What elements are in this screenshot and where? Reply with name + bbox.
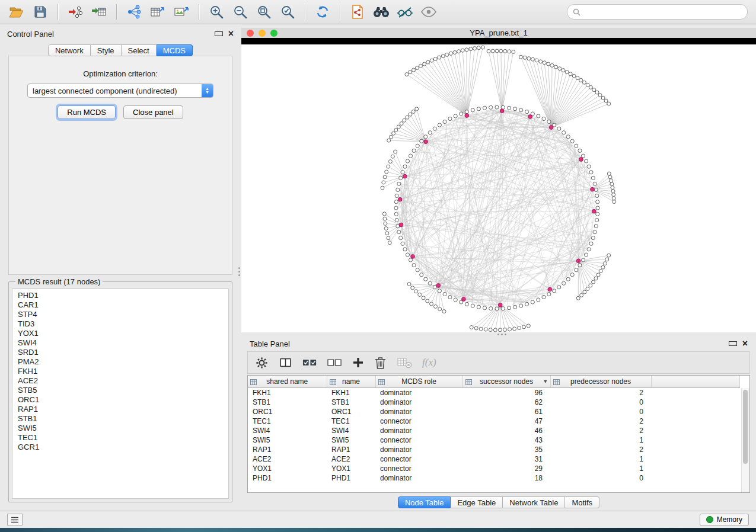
network-node[interactable] [531, 300, 534, 304]
network-node[interactable] [572, 74, 576, 78]
network-node[interactable] [420, 139, 423, 143]
table-cell[interactable]: 31 [462, 454, 550, 464]
network-node[interactable] [610, 182, 614, 186]
network-node[interactable] [449, 52, 452, 55]
add-column-button[interactable] [352, 357, 364, 368]
network-node[interactable] [409, 70, 412, 74]
table-cell[interactable]: PHD1 [327, 473, 375, 483]
network-node[interactable] [523, 56, 527, 59]
mcds-node[interactable] [549, 126, 553, 130]
network-node[interactable] [565, 70, 569, 74]
mcds-node[interactable] [403, 174, 407, 178]
network-node[interactable] [382, 212, 386, 216]
network-node[interactable] [519, 108, 523, 112]
network-node[interactable] [477, 107, 480, 111]
table-cell[interactable]: dominator [375, 388, 462, 398]
network-node[interactable] [595, 194, 599, 197]
network-node[interactable] [582, 81, 586, 84]
network-node[interactable] [481, 46, 484, 49]
mcds-result-item[interactable]: SWI4 [18, 338, 228, 348]
network-node[interactable] [400, 122, 403, 126]
network-node[interactable] [385, 170, 388, 174]
network-node[interactable] [422, 296, 425, 300]
mcds-result-item[interactable]: TEC1 [18, 433, 228, 443]
network-node[interactable] [542, 295, 546, 299]
network-node[interactable] [412, 110, 415, 114]
network-node[interactable] [595, 91, 599, 94]
horizontal-splitter[interactable] [241, 332, 756, 336]
network-node[interactable] [489, 105, 493, 109]
zoom-selected-button[interactable] [277, 2, 298, 21]
mcds-node[interactable] [579, 158, 583, 162]
mcds-node[interactable] [576, 259, 580, 263]
table-cell[interactable]: ACE2 [248, 454, 327, 464]
open-session-button[interactable] [6, 2, 27, 21]
table-cell[interactable]: connector [375, 454, 462, 464]
network-node[interactable] [382, 181, 385, 184]
network-node[interactable] [395, 194, 398, 197]
network-node[interactable] [391, 155, 394, 158]
memory-button[interactable]: Memory [700, 514, 749, 526]
network-node[interactable] [570, 273, 574, 277]
mcds-result-item[interactable]: STP4 [18, 310, 228, 319]
network-node[interactable] [433, 57, 437, 61]
network-node[interactable] [448, 117, 452, 120]
network-node[interactable] [416, 144, 419, 148]
network-node[interactable] [473, 47, 477, 50]
vertical-splitter[interactable] [237, 28, 241, 511]
network-node[interactable] [394, 200, 398, 204]
mcds-result-item[interactable]: TID3 [18, 319, 228, 329]
network-node[interactable] [503, 49, 507, 53]
table-cell[interactable]: 1 [550, 435, 651, 445]
network-node[interactable] [448, 295, 452, 299]
network-node[interactable] [484, 328, 487, 331]
import-table-button[interactable] [88, 2, 110, 21]
network-node[interactable] [581, 154, 585, 158]
column-header-mcds-role[interactable]: MCDS role [375, 376, 462, 388]
network-node[interactable] [513, 327, 516, 331]
table-cell[interactable]: ACE2 [327, 454, 375, 464]
network-node[interactable] [405, 73, 409, 76]
network-node[interactable] [503, 328, 507, 332]
table-cell[interactable]: TEC1 [248, 416, 327, 426]
table-cell[interactable]: TEC1 [327, 416, 375, 426]
network-node[interactable] [433, 286, 436, 289]
network-node[interactable] [469, 47, 473, 51]
run-mcds-button[interactable]: Run MCDS [58, 105, 116, 119]
network-node[interactable] [419, 64, 423, 68]
export-image-button[interactable] [171, 2, 192, 21]
show-graphics-button[interactable] [418, 2, 439, 21]
network-node[interactable] [589, 284, 592, 287]
table-cell[interactable]: 1 [550, 464, 651, 473]
network-node[interactable] [426, 299, 429, 303]
search-input[interactable] [583, 7, 742, 17]
find-button[interactable] [371, 2, 392, 21]
network-node[interactable] [605, 258, 609, 261]
network-node[interactable] [470, 326, 473, 329]
network-node[interactable] [557, 286, 561, 289]
network-node[interactable] [443, 292, 446, 296]
network-node[interactable] [409, 258, 412, 262]
mcds-result-item[interactable]: PHD1 [18, 291, 228, 300]
network-node[interactable] [547, 62, 550, 66]
mcds-node[interactable] [462, 297, 466, 302]
table-cell[interactable]: dominator [375, 407, 462, 416]
table-cell[interactable]: PHD1 [248, 473, 327, 483]
network-node[interactable] [601, 265, 605, 269]
network-node[interactable] [584, 159, 588, 163]
table-row[interactable]: STB1STB1dominator620 [248, 398, 740, 407]
zoom-fit-button[interactable] [253, 2, 275, 21]
network-node[interactable] [397, 125, 400, 129]
network-node[interactable] [558, 67, 562, 70]
network-node[interactable] [610, 179, 613, 182]
table-cell[interactable]: SWI4 [248, 426, 327, 435]
network-node[interactable] [392, 132, 395, 135]
mcds-result-item[interactable]: STB1 [18, 414, 228, 424]
table-cell[interactable]: 62 [462, 398, 550, 407]
network-node[interactable] [513, 107, 517, 111]
network-node[interactable] [465, 48, 468, 52]
table-cell[interactable]: 46 [462, 426, 550, 435]
mcds-result-item[interactable]: ACE2 [18, 376, 228, 386]
network-node[interactable] [569, 72, 572, 76]
network-node[interactable] [407, 283, 411, 286]
